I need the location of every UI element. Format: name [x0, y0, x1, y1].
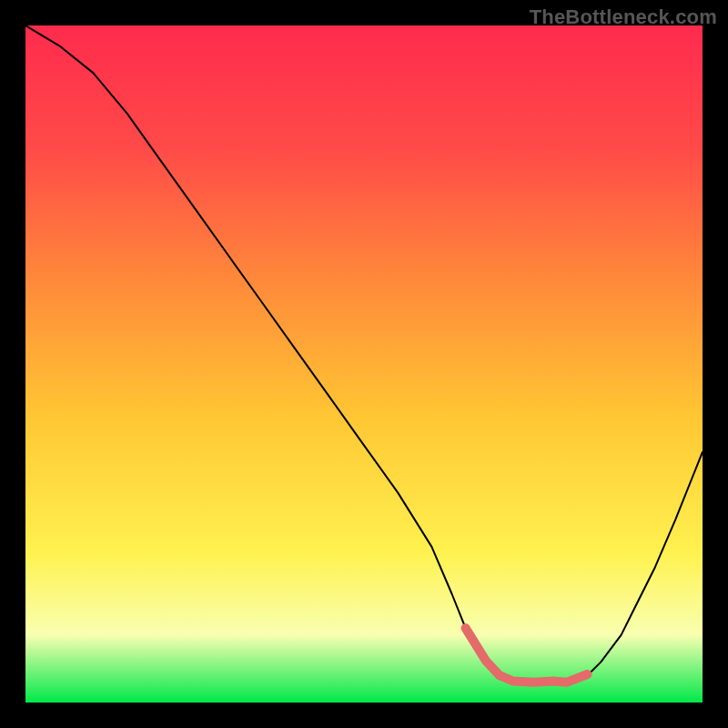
- chart-frame: TheBottleneck.com: [0, 0, 728, 728]
- gradient-background: [25, 25, 703, 703]
- bottleneck-chart: [25, 25, 703, 703]
